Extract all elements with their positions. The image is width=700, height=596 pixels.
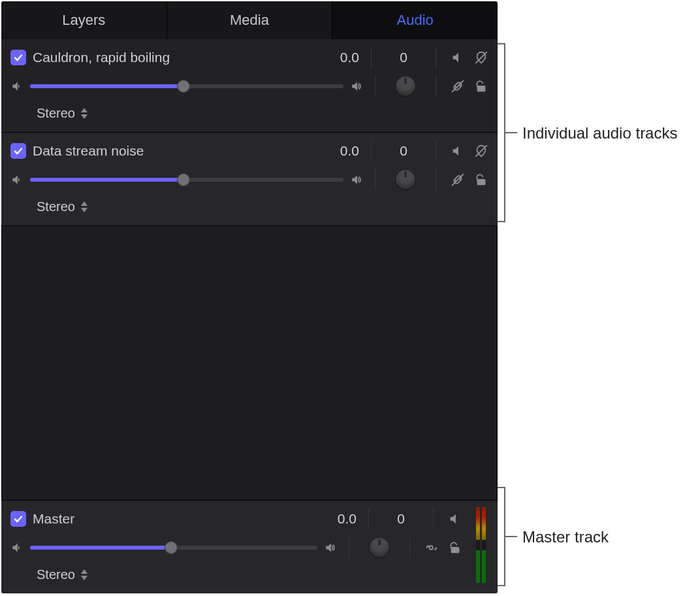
svg-marker-8 [81, 201, 88, 206]
level-meter [476, 511, 486, 583]
tab-layers[interactable]: Layers [1, 1, 167, 39]
divider [436, 47, 436, 68]
divider [433, 508, 434, 529]
chevron-updown-icon [80, 201, 88, 212]
solo-icon[interactable] [471, 141, 491, 161]
speaker-max-icon [350, 80, 363, 93]
tab-bar: Layers Media Audio [1, 1, 498, 39]
chevron-updown-icon [80, 108, 88, 119]
lock-icon[interactable] [471, 76, 491, 96]
divider [371, 47, 372, 68]
speaker-min-icon [10, 173, 24, 186]
track-enable-checkbox[interactable] [10, 50, 26, 65]
output-mode-dropdown[interactable]: Stereo [37, 567, 88, 582]
divider [409, 537, 410, 558]
pan-value[interactable]: 0 [383, 50, 424, 65]
audio-track: Data stream noise 0.0 0 [1, 133, 498, 226]
divider [436, 169, 436, 190]
track-name[interactable]: Data stream noise [33, 143, 312, 159]
speaker-max-icon [350, 173, 363, 186]
divider [349, 537, 349, 558]
audio-panel: Layers Media Audio Cauldron, rapid boili… [1, 1, 498, 593]
lock-icon[interactable] [471, 170, 491, 190]
svg-rect-7 [477, 179, 486, 185]
mute-icon[interactable] [445, 509, 465, 529]
divider [375, 169, 375, 190]
svg-marker-3 [81, 108, 88, 112]
level-value[interactable]: 0.0 [319, 50, 359, 65]
solo-icon[interactable] [471, 48, 491, 67]
level-value[interactable]: 0.0 [316, 511, 357, 527]
output-mode-label: Stereo [37, 199, 75, 214]
annotation-bracket [504, 43, 505, 222]
link-icon[interactable] [448, 170, 468, 190]
output-mode-dropdown[interactable]: Stereo [37, 106, 88, 121]
pan-knob[interactable] [395, 169, 416, 190]
track-enable-checkbox[interactable] [10, 143, 26, 159]
speaker-max-icon [324, 541, 337, 554]
svg-marker-4 [81, 114, 88, 119]
link-icon[interactable] [422, 538, 441, 557]
track-name[interactable]: Master [33, 511, 310, 527]
svg-marker-9 [81, 208, 88, 212]
link-icon[interactable] [448, 76, 468, 96]
speaker-min-icon [10, 80, 24, 93]
master-track: Master 0.0 0 [1, 500, 498, 593]
level-value[interactable]: 0.0 [319, 143, 359, 159]
speaker-min-icon [10, 541, 24, 554]
lock-icon[interactable] [445, 538, 465, 557]
divider [371, 141, 372, 161]
output-mode-dropdown[interactable]: Stereo [37, 199, 88, 214]
tab-audio[interactable]: Audio [332, 1, 498, 39]
level-slider[interactable] [30, 173, 343, 187]
track-name[interactable]: Cauldron, rapid boiling [33, 50, 312, 65]
level-slider[interactable] [30, 79, 343, 93]
pan-value[interactable]: 0 [381, 511, 421, 527]
output-mode-label: Stereo [37, 567, 75, 582]
annotation-label: Individual audio tracks [522, 124, 677, 142]
track-enable-checkbox[interactable] [10, 511, 26, 527]
annotation-label: Master track [522, 528, 609, 546]
mute-icon[interactable] [448, 141, 468, 161]
svg-rect-2 [477, 86, 486, 91]
pan-knob[interactable] [369, 537, 390, 558]
tab-media[interactable]: Media [167, 1, 332, 39]
divider [436, 76, 436, 97]
pan-knob[interactable] [395, 76, 416, 97]
level-slider[interactable] [30, 540, 317, 555]
divider [436, 141, 436, 161]
svg-marker-11 [81, 569, 88, 574]
chevron-updown-icon [80, 569, 88, 580]
pan-value[interactable]: 0 [383, 143, 424, 159]
divider [375, 76, 375, 97]
output-mode-label: Stereo [37, 106, 75, 121]
annotation-bracket [504, 487, 505, 586]
divider [368, 508, 369, 529]
audio-track: Cauldron, rapid boiling 0.0 0 [1, 39, 498, 133]
mute-icon[interactable] [448, 48, 468, 67]
svg-marker-12 [81, 576, 88, 580]
svg-rect-10 [451, 547, 460, 553]
